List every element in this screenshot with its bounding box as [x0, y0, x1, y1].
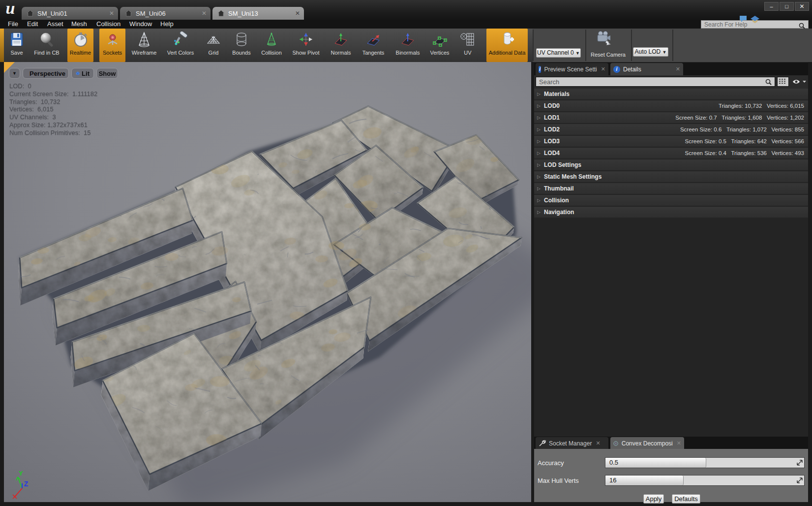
svg-text:Z: Z [24, 480, 29, 488]
svg-text:Y: Y [19, 471, 23, 477]
